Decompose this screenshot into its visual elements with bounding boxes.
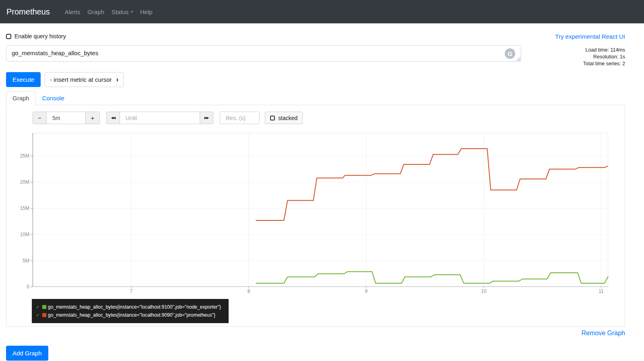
add-graph-row: Add Graph [6,346,625,361]
tab-graph[interactable]: Graph [6,91,36,105]
check-icon: ✓ [36,312,42,318]
chart-legend: ✓go_memstats_heap_alloc_bytes{instance="… [32,299,229,323]
query-stats: Load time: 114ms Resolution: 1s Total ti… [583,45,625,67]
y-tick-label: 15M [6,205,29,211]
time-group: ◀◀ ▶▶ [106,112,213,124]
range-input[interactable] [46,112,86,124]
y-axis-labels: 05M10M15M20M25M [6,133,29,287]
range-group: − + [33,112,100,124]
execute-row: Execute - insert metric at cursor ▴▾ [6,72,625,87]
series-line-1 [256,149,609,220]
nav-item-status[interactable]: Status▾ [108,5,136,19]
forward-icon: ▶▶ [204,116,208,120]
chevron-down-icon: ▾ [131,10,133,14]
until-input[interactable] [120,112,200,124]
query-input[interactable]: go_memstats_heap_alloc_bytes G [6,45,521,62]
query-history-label: Enable query history [14,33,66,39]
top-row: Enable query history Try experimental Re… [6,32,625,40]
stacked-label: stacked [278,115,297,121]
remove-graph-row: Remove Graph [6,330,625,337]
range-increase-button[interactable]: + [85,112,100,124]
legend-label: go_memstats_heap_alloc_bytes{instance="l… [48,304,221,310]
select-updown-icon: ▴▾ [117,78,118,82]
navbar: Prometheus AlertsGraphStatus▾Help [0,0,644,23]
main-content: Enable query history Try experimental Re… [0,32,644,361]
stacked-toggle[interactable]: stacked [265,112,303,124]
insert-metric-selected: - insert metric at cursor [50,76,111,83]
y-tick-label: 10M [6,232,29,237]
x-axis-labels: 7891011 [6,288,625,294]
grammarly-icon[interactable]: G [505,48,515,59]
nav-item-graph[interactable]: Graph [84,5,108,19]
remove-graph-link[interactable]: Remove Graph [582,330,625,336]
legend-item-1[interactable]: ✓go_memstats_heap_alloc_bytes{instance="… [36,311,225,319]
rewind-button[interactable]: ◀◀ [106,112,120,124]
resolution-input[interactable] [220,112,260,124]
chart: 05M10M15M20M25M 7891011 [6,133,625,294]
y-tick-label: 20M [6,179,29,185]
stacked-checkbox[interactable] [270,116,275,120]
check-icon: ✓ [36,304,42,310]
brand-prometheus[interactable]: Prometheus [6,7,50,17]
navbar-items: AlertsGraphStatus▾Help [61,5,156,19]
execute-button[interactable]: Execute [6,72,41,87]
graph-panel: − + ◀◀ ▶▶ stacked 05M10M15M20M25M 789101… [6,105,625,327]
x-tick-label: 10 [478,288,490,294]
x-tick-label: 7 [125,288,137,294]
y-tick-label: 25M [6,153,29,159]
add-graph-button[interactable]: Add Graph [6,346,48,361]
tab-bar: GraphConsole [6,91,625,105]
legend-item-0[interactable]: ✓go_memstats_heap_alloc_bytes{instance="… [36,303,225,311]
legend-label: go_memstats_heap_alloc_bytes{instance="l… [48,312,215,318]
series-color-swatch [42,313,46,317]
total-time-series: Total time series: 2 [583,60,625,67]
load-time: Load time: 114ms [583,47,625,54]
query-row: go_memstats_heap_alloc_bytes G Load time… [6,45,625,67]
x-tick-label: 9 [360,288,372,294]
nav-item-alerts[interactable]: Alerts [61,5,84,19]
nav-item-help[interactable]: Help [136,5,156,19]
x-tick-label: 11 [595,288,607,294]
x-tick-label: 8 [243,288,255,294]
resolution: Resolution: 1s [583,54,625,60]
graph-controls: − + ◀◀ ▶▶ stacked [6,105,625,124]
insert-metric-select[interactable]: - insert metric at cursor ▴▾ [45,72,123,87]
react-ui-link[interactable]: Try experimental React UI [555,33,625,40]
query-input-value: go_memstats_heap_alloc_bytes [6,46,521,60]
forward-button[interactable]: ▶▶ [200,112,213,124]
series-line-0 [256,272,609,283]
query-history-checkbox[interactable] [6,34,11,39]
tab-console[interactable]: Console [36,91,71,105]
range-decrease-button[interactable]: − [33,112,47,124]
rewind-icon: ◀◀ [111,116,115,120]
series-color-swatch [42,305,46,309]
chart-svg[interactable] [33,133,608,287]
y-tick-label: 5M [6,258,29,263]
